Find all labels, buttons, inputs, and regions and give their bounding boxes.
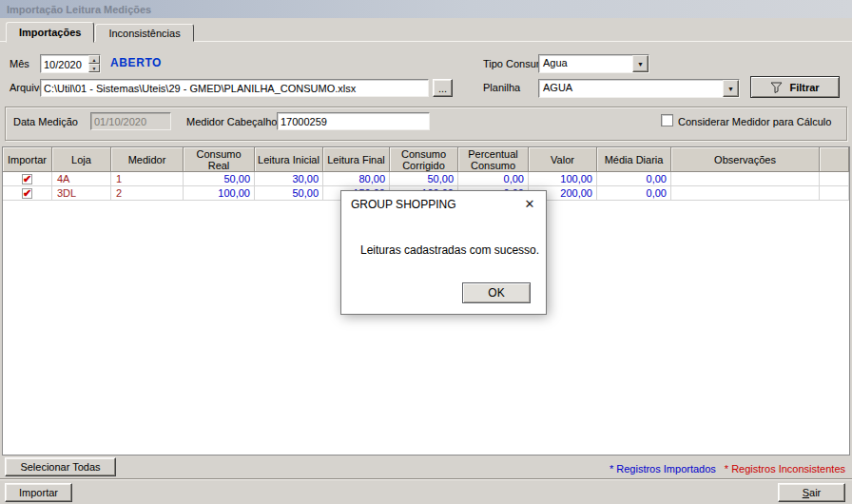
check-icon: ✔: [23, 186, 31, 200]
cell-leitura-final: 80,00: [323, 172, 390, 186]
window-titlebar: Importação Leitura Medições: [0, 0, 852, 18]
table-row[interactable]: ✔ 4A 1 50,00 30,00 80,00 50,00 0,00 100,…: [3, 172, 849, 186]
tab-inconsistencias[interactable]: Inconsistências: [95, 24, 193, 42]
planilha-dropdown-button[interactable]: ▼: [723, 80, 739, 97]
cell-leitura-inicial: 50,00: [255, 186, 323, 201]
cell-valor: 100,00: [529, 172, 597, 186]
window-title: Importação Leitura Medições: [7, 4, 151, 15]
legend: * Registros Importados* Registros Incons…: [610, 463, 845, 475]
cell-importar: ✔: [3, 172, 52, 186]
planilha-label: Planilha: [483, 82, 520, 93]
header-consumo-corrigido: Consumo Corrigido: [390, 147, 458, 172]
bottom-divider: [0, 478, 852, 480]
status-aberto: ABERTO: [110, 56, 162, 69]
header-consumo-real: Consumo Real: [184, 147, 255, 172]
mes-spin-down-button[interactable]: ▼: [88, 64, 100, 72]
cell-medidor: 2: [111, 186, 184, 201]
sair-label: Sair: [803, 487, 822, 498]
tipo-consumo-value: Agua: [539, 55, 632, 72]
tipo-consumo-select[interactable]: Agua ▼: [538, 54, 649, 73]
considerar-medidor-checkbox[interactable]: [661, 114, 673, 126]
header-leitura-final: Leitura Final: [323, 147, 390, 172]
cell-loja: 3DL: [52, 186, 111, 201]
sair-button[interactable]: Sair: [778, 483, 845, 502]
header-observacoes: Observações: [671, 147, 820, 172]
tab-strip: Importações Inconsistências: [6, 20, 195, 42]
mes-spin-up-button[interactable]: ▲: [88, 55, 100, 64]
cell-importar: ✔: [3, 186, 52, 201]
header-leitura-inicial: Leitura Inicial: [255, 147, 323, 172]
mes-field: ▲ ▼: [40, 54, 101, 73]
dialog-ok-button[interactable]: OK: [462, 282, 531, 303]
header-importar: Importar: [3, 147, 52, 172]
tab-importacoes-label: Importações: [19, 27, 81, 38]
message-dialog: GROUP SHOPPING ✕ Leituras cadastradas co…: [340, 190, 547, 315]
chevron-down-icon: ▼: [637, 61, 644, 68]
filter-funnel-icon: [770, 82, 783, 93]
filtrar-button[interactable]: Filtrar: [750, 76, 840, 98]
importar-checkbox[interactable]: ✔: [22, 174, 32, 184]
cell-observacoes: [671, 172, 820, 186]
cell-media-diaria: 0,00: [597, 172, 671, 186]
arquivo-input[interactable]: [41, 80, 428, 96]
mes-input[interactable]: [41, 55, 88, 72]
medidor-cabecalho-label: Medidor Cabeçalho: [186, 116, 277, 127]
planilha-value: AGUA: [539, 80, 723, 97]
data-medicao-label: Data Medição: [13, 116, 78, 127]
cell-media-diaria: 0,00: [597, 186, 671, 201]
dialog-message: Leituras cadastradas com sucesso.: [360, 243, 539, 257]
dialog-title: GROUP SHOPPING: [351, 198, 455, 211]
importar-button[interactable]: Importar: [5, 483, 72, 502]
cell-observacoes: [671, 186, 820, 201]
cell-loja: 4A: [52, 172, 111, 186]
cell-filler: [820, 172, 849, 186]
header-loja: Loja: [52, 147, 111, 172]
spin-up-icon: ▲: [92, 57, 97, 63]
filtrar-label: Filtrar: [789, 82, 819, 93]
mes-spinner: ▲ ▼: [88, 55, 100, 72]
cell-leitura-inicial: 30,00: [255, 172, 323, 186]
dialog-close-button[interactable]: ✕: [520, 195, 539, 212]
header-filler: [820, 147, 849, 172]
cell-percentual-consumo: 0,00: [458, 172, 529, 186]
medidor-cabecalho-input[interactable]: [278, 113, 429, 129]
cell-consumo-corrigido: 50,00: [390, 172, 458, 186]
legend-registros-importados: * Registros Importados: [610, 463, 716, 475]
mes-input-wrap: [41, 55, 88, 72]
planilha-select[interactable]: AGUA ▼: [538, 79, 740, 98]
medidor-cabecalho-field: [277, 112, 430, 130]
table-header-row: Importar Loja Medidor Consumo Real Leitu…: [3, 147, 849, 172]
cell-consumo-real: 50,00: [184, 172, 255, 186]
cell-filler: [820, 186, 849, 201]
cell-medidor: 1: [111, 172, 184, 186]
importar-checkbox[interactable]: ✔: [22, 188, 32, 199]
browse-button[interactable]: ...: [433, 79, 453, 97]
check-icon: ✔: [23, 172, 31, 185]
header-valor: Valor: [529, 147, 597, 172]
legend-registros-inconsistentes: * Registros Inconsistentes: [725, 463, 845, 475]
tab-importacoes[interactable]: Importações: [6, 22, 94, 43]
close-icon: ✕: [525, 197, 535, 211]
header-medidor: Medidor: [111, 147, 184, 172]
chevron-down-icon: ▼: [727, 86, 734, 92]
mes-label: Mês: [10, 58, 29, 69]
header-percentual-consumo: Percentual Consumo: [458, 147, 529, 172]
data-medicao-input: [91, 113, 170, 129]
data-medicao-field: [90, 112, 171, 130]
arquivo-field: [40, 79, 429, 97]
tab-inconsistencias-label: Inconsistências: [108, 28, 180, 39]
considerar-medidor-label: Considerar Medidor para Cálculo: [678, 116, 831, 127]
cell-consumo-real: 100,00: [184, 186, 255, 201]
tipo-consumo-dropdown-button[interactable]: ▼: [632, 55, 649, 72]
selecionar-todas-button[interactable]: Selecionar Todas: [5, 457, 116, 476]
header-media-diaria: Média Diaria: [597, 147, 671, 172]
spin-down-icon: ▼: [92, 66, 97, 71]
